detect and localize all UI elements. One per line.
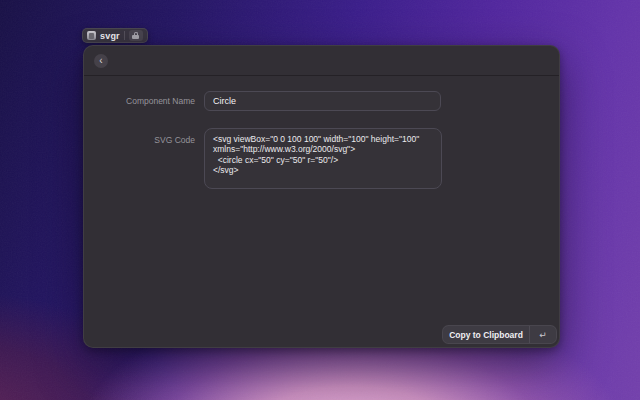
extension-name: svgr: [100, 31, 120, 41]
svgr-command-window: ‹ Component Name SVG Code <svg viewBox="…: [83, 45, 560, 348]
component-name-input[interactable]: [204, 91, 441, 111]
component-name-label: Component Name: [84, 91, 195, 111]
svg-code-textarea[interactable]: <svg viewBox="0 0 100 100" width="100" h…: [204, 128, 442, 189]
chevron-left-icon: ‹: [99, 56, 102, 66]
svg-code-label: SVG Code: [84, 134, 195, 146]
back-button[interactable]: ‹: [94, 54, 108, 68]
window-header: ‹: [84, 46, 559, 75]
desktop-wallpaper: svgr ‹ Component Name SVG Code <svg view…: [0, 0, 640, 400]
svgr-extension-icon: [87, 31, 96, 40]
lock-icon: [132, 32, 139, 39]
copy-to-clipboard-button[interactable]: Copy to Clipboard ↵: [442, 325, 557, 344]
copy-to-clipboard-label: Copy to Clipboard: [443, 326, 529, 343]
extension-tag[interactable]: svgr: [82, 28, 148, 43]
header-divider: [84, 75, 559, 76]
pill-divider: [124, 31, 125, 40]
enter-key-icon: ↵: [530, 326, 556, 343]
lock-button[interactable]: [129, 30, 143, 41]
